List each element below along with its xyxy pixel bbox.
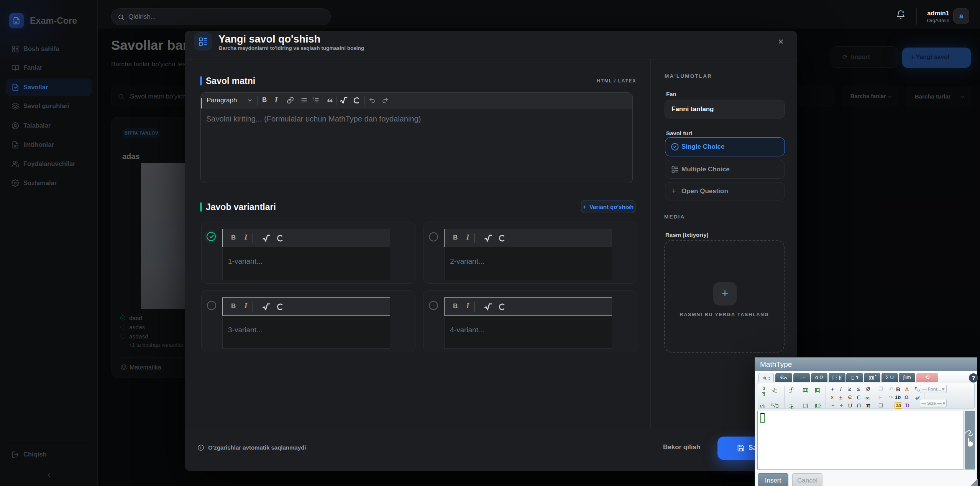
svg-text:2: 2 [313, 99, 314, 102]
